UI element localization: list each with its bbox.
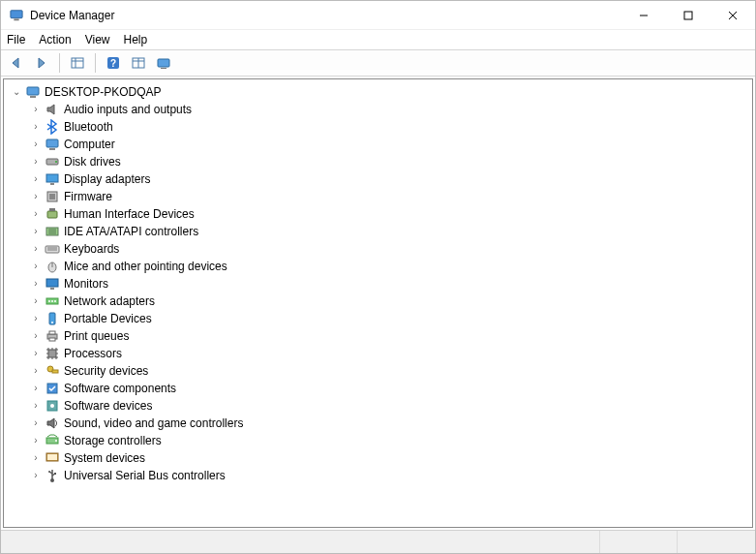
- help-icon: ?: [106, 55, 121, 71]
- chevron-right-icon[interactable]: ›: [29, 310, 43, 327]
- tree-item[interactable]: ›Monitors: [29, 275, 752, 292]
- back-icon: [9, 56, 24, 70]
- chevron-right-icon[interactable]: ›: [29, 467, 43, 484]
- tree-item-label: Mice and other pointing devices: [64, 258, 227, 275]
- chevron-right-icon[interactable]: ›: [29, 223, 43, 240]
- status-cell: [1, 531, 600, 553]
- svg-point-40: [48, 300, 50, 302]
- chevron-right-icon[interactable]: ›: [29, 397, 43, 415]
- tree-item[interactable]: ›Software components: [29, 380, 752, 397]
- menu-view[interactable]: View: [85, 33, 110, 46]
- window-title: Device Manager: [30, 9, 114, 22]
- tree-item[interactable]: ›Disk drives: [29, 153, 752, 170]
- svg-point-72: [48, 471, 50, 473]
- tree-root[interactable]: ⌄DESKTOP-PKODQAP: [10, 83, 752, 101]
- sound-icon: [45, 416, 60, 431]
- forward-button[interactable]: [30, 52, 53, 74]
- tree-item-label: IDE ATA/ATAPI controllers: [64, 223, 198, 240]
- chevron-right-icon[interactable]: ›: [29, 327, 43, 345]
- chevron-right-icon[interactable]: ›: [29, 153, 43, 170]
- properties-button[interactable]: [127, 52, 150, 74]
- tree-item[interactable]: ›Processors: [29, 345, 752, 362]
- chevron-right-icon[interactable]: ›: [29, 136, 43, 153]
- tree-item[interactable]: ›Network adapters: [29, 292, 752, 310]
- computer-icon: [25, 84, 41, 100]
- mouse-icon: [45, 259, 60, 274]
- software-component-icon: [45, 381, 60, 396]
- chevron-down-icon[interactable]: ⌄: [10, 83, 23, 101]
- tree-item-label: Disk drives: [64, 153, 121, 170]
- svg-rect-69: [47, 454, 57, 460]
- tree-item[interactable]: ›IDE ATA/ATAPI controllers: [29, 223, 752, 240]
- network-icon: [45, 293, 60, 309]
- chevron-right-icon[interactable]: ›: [29, 415, 43, 432]
- portable-icon: [45, 311, 60, 326]
- tree-item[interactable]: ›Keyboards: [29, 240, 752, 258]
- svg-point-41: [51, 300, 53, 302]
- chevron-right-icon[interactable]: ›: [29, 432, 43, 449]
- tree-item[interactable]: ›Audio inputs and outputs: [29, 101, 752, 118]
- tree-item-label: Firmware: [64, 188, 112, 205]
- chevron-right-icon[interactable]: ›: [29, 258, 43, 275]
- tree-item[interactable]: ›Print queues: [29, 327, 752, 345]
- svg-rect-48: [48, 350, 56, 357]
- show-hidden-icon: [70, 56, 85, 70]
- svg-rect-25: [49, 194, 55, 200]
- tree-item-label: Software devices: [64, 397, 152, 415]
- chevron-right-icon[interactable]: ›: [29, 170, 43, 188]
- svg-rect-38: [50, 288, 54, 290]
- tree-item[interactable]: ›Firmware: [29, 188, 752, 205]
- tree-item[interactable]: ›Software devices: [29, 397, 752, 415]
- tree-item[interactable]: ›Human Interface Devices: [29, 205, 752, 223]
- svg-text:?: ?: [110, 58, 116, 69]
- chevron-right-icon[interactable]: ›: [29, 292, 43, 310]
- chevron-right-icon[interactable]: ›: [29, 449, 43, 467]
- svg-rect-62: [52, 370, 58, 373]
- chevron-right-icon[interactable]: ›: [29, 205, 43, 223]
- svg-point-42: [54, 300, 56, 302]
- svg-point-44: [51, 322, 53, 323]
- device-tree[interactable]: ⌄DESKTOP-PKODQAP›Audio inputs and output…: [3, 78, 753, 528]
- tree-item-label: Monitors: [64, 275, 108, 292]
- scan-button[interactable]: [152, 52, 175, 74]
- svg-rect-1: [14, 18, 18, 20]
- chevron-right-icon[interactable]: ›: [29, 275, 43, 292]
- close-button[interactable]: [711, 1, 755, 30]
- chevron-right-icon[interactable]: ›: [29, 345, 43, 362]
- tree-item[interactable]: ›Universal Serial Bus controllers: [29, 467, 752, 484]
- tree-item[interactable]: ›Computer: [29, 136, 752, 153]
- tree-item-label: Audio inputs and outputs: [64, 101, 192, 118]
- menu-help[interactable]: Help: [124, 33, 148, 46]
- chevron-right-icon[interactable]: ›: [29, 118, 43, 136]
- help-button[interactable]: ?: [102, 52, 125, 74]
- chevron-right-icon[interactable]: ›: [29, 380, 43, 397]
- minimize-button[interactable]: [621, 1, 666, 30]
- chevron-right-icon[interactable]: ›: [29, 188, 43, 205]
- svg-rect-17: [30, 96, 36, 98]
- audio-icon: [45, 102, 60, 117]
- menu-file[interactable]: File: [7, 33, 25, 46]
- back-button[interactable]: [5, 52, 28, 74]
- titlebar: Device Manager: [1, 1, 755, 30]
- tree-item[interactable]: ›Sound, video and game controllers: [29, 415, 752, 432]
- status-cell: [600, 531, 678, 553]
- show-hidden-button[interactable]: [66, 52, 89, 74]
- tree-item[interactable]: ›Portable Devices: [29, 310, 752, 327]
- menu-action[interactable]: Action: [39, 33, 71, 46]
- chevron-right-icon[interactable]: ›: [29, 362, 43, 380]
- tree-item[interactable]: ›Mice and other pointing devices: [29, 258, 752, 275]
- svg-rect-22: [46, 174, 58, 182]
- tree-item[interactable]: ›Storage controllers: [29, 432, 752, 449]
- chevron-right-icon[interactable]: ›: [29, 101, 43, 118]
- tree-item-label: Security devices: [64, 362, 148, 380]
- tree-item[interactable]: ›Security devices: [29, 362, 752, 380]
- svg-rect-27: [49, 208, 55, 211]
- storage-icon: [45, 433, 60, 448]
- tree-item[interactable]: ›Display adapters: [29, 170, 752, 188]
- tree-item[interactable]: ›Bluetooth: [29, 118, 752, 136]
- maximize-button[interactable]: [666, 1, 711, 30]
- tree-item[interactable]: ›System devices: [29, 449, 752, 467]
- properties-icon: [131, 56, 146, 70]
- scan-icon: [156, 56, 171, 70]
- chevron-right-icon[interactable]: ›: [29, 240, 43, 258]
